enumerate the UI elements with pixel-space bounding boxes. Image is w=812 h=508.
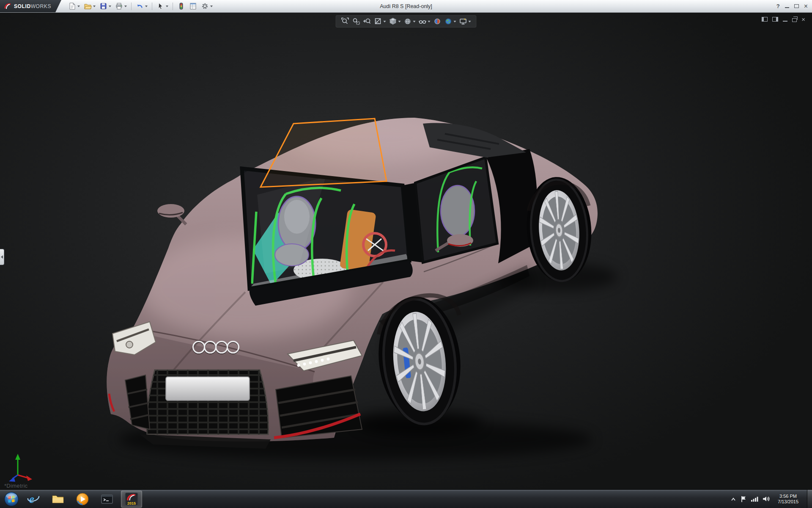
section-view-button[interactable]: [373, 17, 387, 26]
document-minimize-button[interactable]: [783, 21, 787, 22]
svg-text:e: e: [29, 493, 34, 505]
windows-taskbar: e: [0, 489, 812, 508]
chevron-down-icon[interactable]: [124, 6, 127, 7]
featuremanager-collapse-tab[interactable]: [0, 249, 4, 265]
select-button[interactable]: [155, 1, 170, 11]
document-close-button[interactable]: ×: [801, 16, 805, 22]
start-button[interactable]: [0, 490, 23, 508]
close-button[interactable]: ×: [804, 3, 808, 10]
internet-explorer-button[interactable]: e: [23, 491, 44, 508]
toolbar-separator: [152, 3, 152, 10]
y-axis-arrow: [15, 454, 20, 475]
display-style-button[interactable]: [403, 17, 417, 26]
chevron-down-icon[interactable]: [166, 6, 168, 7]
minimize-button[interactable]: [785, 7, 789, 8]
view-settings-icon: [459, 17, 467, 25]
document-restore-button[interactable]: [792, 18, 797, 22]
new-document-button[interactable]: [66, 1, 82, 11]
headsup-view-toolbar: [336, 15, 477, 28]
print-icon: [115, 2, 123, 10]
view-orientation-label: *Dimetric: [4, 483, 27, 489]
display-style-icon: [404, 17, 412, 25]
zoom-to-area-button[interactable]: [351, 17, 361, 26]
previous-view-button[interactable]: [362, 17, 372, 26]
chevron-down-icon[interactable]: [413, 21, 416, 22]
display-pane-right-icon[interactable]: [772, 17, 778, 22]
edit-appearance-button[interactable]: [433, 17, 442, 26]
zoom-to-fit-button[interactable]: [340, 17, 350, 26]
chevron-down-icon[interactable]: [384, 21, 386, 22]
apply-scene-globe-icon: [444, 17, 453, 25]
brand-text: SOLIDWORKS: [14, 3, 51, 9]
solidworks-app-icon: 2015: [124, 492, 139, 506]
taskbar-pinned-items: e: [23, 491, 142, 508]
file-properties-button[interactable]: [187, 1, 199, 11]
orientation-triad[interactable]: [5, 449, 39, 483]
network-icon[interactable]: [751, 496, 758, 502]
solidworks-taskbar-button[interactable]: 2015: [121, 491, 142, 508]
command-prompt-button[interactable]: [96, 491, 118, 508]
action-center-flag-icon[interactable]: [741, 496, 746, 502]
chevron-down-icon[interactable]: [109, 6, 111, 7]
show-desktop-button[interactable]: [807, 490, 812, 508]
main-toolbar: [66, 1, 214, 11]
toolbar-separator: [131, 3, 132, 10]
zoom-to-area-icon: [352, 17, 360, 25]
chevron-down-icon[interactable]: [398, 21, 401, 22]
chevron-down-icon[interactable]: [93, 6, 96, 7]
volume-icon[interactable]: [763, 496, 770, 502]
display-pane-left-icon[interactable]: [762, 17, 768, 22]
car-model-render: [0, 13, 812, 489]
zoom-to-fit-icon: [341, 17, 349, 25]
open-button[interactable]: [82, 1, 97, 11]
license-plate[interactable]: [166, 377, 250, 400]
maximize-button[interactable]: [794, 4, 799, 8]
chevron-down-icon[interactable]: [469, 21, 471, 22]
window-controls: ? ×: [776, 3, 812, 10]
file-explorer-button[interactable]: [47, 491, 69, 508]
chevron-down-icon[interactable]: [77, 6, 80, 7]
view-orientation-button[interactable]: [388, 17, 402, 26]
taskbar-clock[interactable]: 3:56 PM 7/13/2015: [774, 494, 802, 505]
chevron-down-icon[interactable]: [145, 6, 148, 7]
hide-show-items-button[interactable]: [418, 17, 431, 26]
new-document-icon: [68, 2, 76, 10]
left-mirror[interactable]: [157, 204, 186, 224]
svg-text:2015: 2015: [127, 501, 136, 505]
command-prompt-icon: [100, 492, 114, 506]
media-player-button[interactable]: [72, 491, 93, 508]
apply-scene-button[interactable]: [444, 17, 457, 26]
internet-explorer-icon: e: [27, 492, 40, 506]
document-window-controls: ×: [762, 16, 805, 22]
view-orientation-cube-icon: [389, 17, 397, 25]
graphics-area[interactable]: × *Dimetric: [0, 13, 812, 489]
show-hidden-icons-button[interactable]: [730, 497, 736, 502]
solidworks-logo-icon: [3, 2, 12, 11]
app-titlebar: SOLIDWORKS: [0, 0, 812, 13]
chevron-down-icon[interactable]: [428, 21, 431, 22]
options-gear-icon: [201, 2, 209, 10]
x-axis-arrow: [18, 475, 32, 481]
system-tray: 3:56 PM 7/13/2015: [730, 490, 812, 508]
chevron-down-icon[interactable]: [454, 21, 456, 22]
roof-selection-outline[interactable]: [261, 119, 387, 187]
hide-show-items-glasses-icon: [419, 17, 427, 25]
media-player-icon: [76, 492, 89, 506]
edit-appearance-icon: [433, 17, 442, 25]
save-icon: [99, 2, 107, 10]
window-title: Audi R8 S [Read-only]: [380, 0, 432, 13]
chevron-down-icon[interactable]: [210, 6, 213, 7]
undo-icon: [136, 2, 144, 10]
save-button[interactable]: [98, 1, 113, 11]
select-cursor-icon: [156, 2, 165, 10]
open-folder-icon: [84, 2, 92, 10]
solidworks-logo: SOLIDWORKS: [0, 0, 61, 12]
view-settings-button[interactable]: [458, 17, 472, 26]
clock-time: 3:56 PM: [778, 494, 798, 499]
clock-date: 7/13/2015: [778, 499, 798, 505]
options-button[interactable]: [199, 1, 214, 11]
print-button[interactable]: [113, 1, 129, 11]
undo-button[interactable]: [134, 1, 149, 11]
help-button[interactable]: ?: [776, 3, 780, 9]
rebuild-button[interactable]: [176, 1, 187, 11]
